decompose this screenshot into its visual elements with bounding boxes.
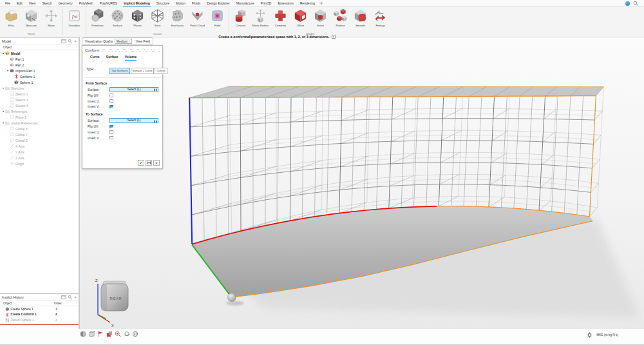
ribbon-move-bodies-button[interactable]: Move Bodies [251, 7, 270, 32]
tree-item-global-z[interactable]: Global Z [0, 137, 79, 143]
menu-view[interactable]: View [26, 0, 39, 6]
ribbon-offset-button[interactable]: Offset [290, 7, 310, 32]
tree-item-references[interactable]: ▾References [0, 108, 79, 114]
tree-item-x-axis[interactable]: X Axis [0, 143, 79, 149]
view-cube[interactable]: Z X REAR [89, 276, 134, 328]
menu-geometry[interactable]: Geometry [55, 0, 76, 6]
tree-item-sketch-4[interactable]: Sketch 4 [0, 103, 79, 108]
ribbon-measure-button[interactable]: Measure [21, 7, 41, 32]
from-flip-uv-checkbox[interactable] [109, 94, 113, 97]
section-view-icon[interactable] [106, 331, 113, 337]
select-filter-icon[interactable] [97, 331, 104, 337]
settings-gear-icon[interactable] [587, 332, 592, 338]
tree-item-implicit-part-1[interactable]: ▾Implicit Part 1 [0, 68, 79, 74]
menu-motion[interactable]: Motion [173, 0, 189, 6]
ribbon-invert-button[interactable]: Invert [310, 7, 330, 32]
ribbon-field-button[interactable]: Field [207, 7, 227, 32]
type-option-surface-curve[interactable]: Surface + Curve [131, 68, 155, 74]
menu-fluids[interactable]: Fluids [189, 0, 204, 6]
ribbon-smooth-button[interactable]: Smooth [350, 7, 370, 32]
tree-item-part-1[interactable]: Part 1 [0, 56, 79, 62]
type-option-curves[interactable]: Curves [155, 68, 167, 74]
menu-sketch[interactable]: Sketch [39, 0, 55, 6]
ribbon-variables-button[interactable]: ƒ∞Variables [64, 7, 84, 32]
close-icon[interactable]: × [74, 39, 77, 43]
tab-curve[interactable]: Curve [90, 55, 100, 61]
tree-item-part-2[interactable]: Part 2 [0, 62, 79, 68]
tree-item-y-axis[interactable]: Y Axis [0, 149, 79, 155]
cancel-button[interactable]: × [153, 160, 160, 166]
close-icon[interactable]: × [74, 295, 77, 299]
menu-rendering[interactable]: Rendering [297, 0, 318, 6]
apply-selection-button[interactable] [146, 160, 152, 166]
tree-item-global-references[interactable]: ▾Global References [0, 120, 79, 126]
ribbon-strut-button[interactable]: Strut [147, 7, 167, 32]
tree-item-sketch-3[interactable]: Sketch 3 [0, 97, 79, 103]
tree-item-sketch-1[interactable]: Sketch 1 [0, 91, 79, 97]
orbit-icon[interactable] [124, 331, 130, 337]
search-icon[interactable] [68, 295, 73, 300]
dock-window-icon[interactable] [61, 39, 66, 44]
from-invert-u-checkbox[interactable] [109, 99, 113, 103]
conform-dialog-titlebar[interactable]: Conform [82, 47, 162, 53]
history-row-pattern-sphere-1[interactable]: Pattern Sphere 13 [0, 317, 79, 323]
tree-item-conform-1[interactable]: Conform 1 [0, 74, 79, 79]
zoom-window-icon[interactable] [115, 331, 121, 337]
tab-volume[interactable]: Volume [125, 55, 137, 61]
ribbon-combine-button[interactable]: Combine [270, 7, 290, 32]
tree-item-global-y[interactable]: Global Y [0, 132, 79, 137]
menu-print3d[interactable]: Print3D [258, 0, 275, 6]
to-invert-v-checkbox[interactable] [109, 136, 113, 140]
ribbon-stochastic-button[interactable]: Stochastic [167, 7, 187, 32]
menu-edit[interactable]: Edit [14, 0, 26, 6]
from-invert-v-checkbox[interactable] [109, 105, 113, 109]
ribbon-group-extra: ƒ∞Variables [64, 7, 84, 37]
tab-surface[interactable]: Surface [106, 55, 118, 61]
ribbon-move-button[interactable]: Move [41, 7, 61, 32]
to-flip-uv-checkbox[interactable] [109, 125, 113, 129]
to-invert-u-checkbox[interactable] [109, 130, 113, 134]
ribbon-files-button[interactable]: Files [1, 7, 21, 32]
tree-item-global-x[interactable]: Global X [0, 126, 79, 132]
ribbon-planar-button[interactable]: Planar [128, 7, 147, 32]
hint-close-icon[interactable]: × [332, 35, 336, 39]
menu-structure[interactable]: Structure [153, 0, 173, 6]
tree-item-plane-1[interactable]: Plane 1 [0, 114, 79, 120]
ribbon-convert-button[interactable]: Convert [231, 7, 251, 32]
perspective-icon[interactable] [132, 331, 138, 337]
menu-file[interactable]: File [2, 0, 14, 6]
tree-item-origin[interactable]: Origin [0, 161, 79, 166]
tree-item-sketches[interactable]: ▾Sketches [0, 85, 79, 91]
wireframe-view-icon[interactable] [89, 331, 95, 337]
menu-implicit-modeling[interactable]: Implicit Modeling [120, 0, 153, 6]
shaded-view-icon[interactable] [80, 331, 86, 337]
drag-handle[interactable] [102, 49, 160, 52]
menu-manufacture[interactable]: Manufacture [233, 0, 258, 6]
history-row-create-sphere-1[interactable]: Create Sphere 11 [0, 306, 79, 312]
history-row-create-conform-1[interactable]: Create Conform 12 [0, 312, 79, 318]
viewport-3d[interactable] [79, 37, 644, 329]
menu-polynurbs[interactable]: PolyNURBS [97, 0, 120, 6]
menu-extensions[interactable]: Extensions [274, 0, 296, 6]
menu-polymesh[interactable]: PolyMesh [76, 0, 97, 6]
dock-window-icon[interactable] [61, 295, 66, 300]
ribbon-primitives-button[interactable]: Primitives [88, 7, 108, 32]
tree-item-model[interactable]: ▾Model [0, 50, 79, 56]
ribbon-pattern-button[interactable]: Pattern [330, 7, 350, 32]
type-option-two-surfaces[interactable]: Two Surfaces [109, 68, 130, 74]
ribbon-point-cloud-button[interactable]: Point Cloud [187, 7, 207, 32]
tree-item-z-axis[interactable]: Z Axis [0, 155, 79, 161]
confirm-button[interactable] [138, 160, 144, 166]
ribbon-surface-button[interactable]: Surface [108, 7, 128, 32]
to-surface-select[interactable]: Select (1) [109, 118, 158, 123]
menu-design-explorer[interactable]: Design Explorer [204, 0, 233, 6]
from-surface-select[interactable]: Select (1) [109, 87, 158, 92]
ribbon-remap-button[interactable]: Remap [370, 7, 390, 32]
view-field-button[interactable]: View Field [136, 40, 150, 43]
menu-overflow-icon[interactable] [319, 1, 323, 5]
account-icon[interactable] [625, 1, 630, 6]
search-icon[interactable] [68, 39, 73, 44]
viz-quality-dropdown[interactable]: Medium ▾ [115, 39, 132, 44]
search-icon[interactable] [633, 1, 639, 6]
tree-item-sphere-1[interactable]: Sphere 1 [0, 79, 79, 85]
